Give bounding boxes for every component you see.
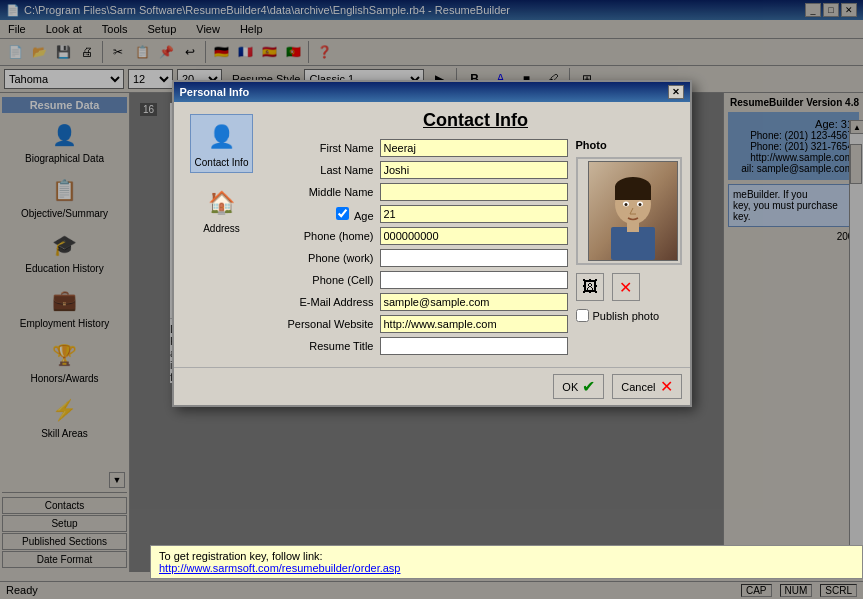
publish-photo-label: Publish photo xyxy=(593,310,660,322)
cancel-icon: ✕ xyxy=(660,377,673,396)
popup-text: To get registration key, follow link: ht… xyxy=(159,550,854,572)
last-name-input[interactable] xyxy=(380,161,568,179)
form-fields: First Name Last Name Middle Name xyxy=(270,139,568,359)
contact-info-icon: 👤 xyxy=(203,119,239,155)
ok-label: OK xyxy=(562,381,578,393)
photo-load-button[interactable]: 🖼 xyxy=(576,273,604,301)
cancel-label: Cancel xyxy=(621,381,655,393)
website-label: Personal Website xyxy=(270,318,380,330)
middle-name-label: Middle Name xyxy=(270,186,380,198)
email-row: E-Mail Address xyxy=(270,293,568,311)
middle-name-row: Middle Name xyxy=(270,183,568,201)
dialog-body: 👤 Contact Info 🏠 Address Contact Info xyxy=(174,102,690,367)
photo-box xyxy=(588,161,678,261)
last-name-label: Last Name xyxy=(270,164,380,176)
age-row: Age xyxy=(270,205,568,223)
svg-point-8 xyxy=(624,203,627,206)
bottom-popup: To get registration key, follow link: ht… xyxy=(150,545,863,572)
dialog-form: Contact Info First Name Last Name xyxy=(270,110,682,359)
svg-rect-5 xyxy=(615,186,651,200)
photo-section: Photo xyxy=(576,139,682,359)
website-input[interactable] xyxy=(380,315,568,333)
first-name-label: First Name xyxy=(270,142,380,154)
contact-info-heading: Contact Info xyxy=(270,110,682,131)
modal-overlay: Personal Info ✕ 👤 Contact Info 🏠 Address… xyxy=(0,0,863,572)
phone-work-label: Phone (work) xyxy=(270,252,380,264)
first-name-row: First Name xyxy=(270,139,568,157)
form-and-photo: First Name Last Name Middle Name xyxy=(270,139,682,359)
age-label: Age xyxy=(270,207,380,222)
publish-photo-checkbox[interactable] xyxy=(576,309,589,322)
ok-icon: ✔ xyxy=(582,377,595,396)
dialog-title-bar: Personal Info ✕ xyxy=(174,82,690,102)
middle-name-input[interactable] xyxy=(380,183,568,201)
nav-address-label: Address xyxy=(203,223,240,234)
photo-clear-button[interactable]: ✕ xyxy=(612,273,640,301)
website-row: Personal Website xyxy=(270,315,568,333)
nav-contact-label: Contact Info xyxy=(195,157,249,168)
photo-border xyxy=(576,157,682,265)
publish-photo-row: Publish photo xyxy=(576,309,682,322)
dialog-left-nav: 👤 Contact Info 🏠 Address xyxy=(182,110,262,359)
phone-work-input[interactable] xyxy=(380,249,568,267)
phone-cell-input[interactable] xyxy=(380,271,568,289)
resume-title-row: Resume Title xyxy=(270,337,568,355)
cancel-button[interactable]: Cancel ✕ xyxy=(612,374,681,399)
nav-contact-info[interactable]: 👤 Contact Info xyxy=(190,114,254,173)
email-label: E-Mail Address xyxy=(270,296,380,308)
phone-work-row: Phone (work) xyxy=(270,249,568,267)
resume-title-label: Resume Title xyxy=(270,340,380,352)
first-name-input[interactable] xyxy=(380,139,568,157)
popup-link[interactable]: http://www.sarmsoft.com/resumebuilder/or… xyxy=(159,562,400,572)
phone-home-label: Phone (home) xyxy=(270,230,380,242)
personal-info-dialog: Personal Info ✕ 👤 Contact Info 🏠 Address… xyxy=(172,80,692,407)
ok-button[interactable]: OK ✔ xyxy=(553,374,604,399)
dialog-close-button[interactable]: ✕ xyxy=(668,85,684,99)
phone-home-input[interactable] xyxy=(380,227,568,245)
age-input[interactable] xyxy=(380,205,568,223)
phone-cell-row: Phone (Cell) xyxy=(270,271,568,289)
nav-address[interactable]: 🏠 Address xyxy=(199,181,244,238)
photo-label: Photo xyxy=(576,139,682,151)
dialog-title-text: Personal Info xyxy=(180,86,250,98)
email-input[interactable] xyxy=(380,293,568,311)
resume-title-input[interactable] xyxy=(380,337,568,355)
photo-image xyxy=(589,162,677,260)
last-name-row: Last Name xyxy=(270,161,568,179)
photo-controls: 🖼 ✕ xyxy=(576,273,682,301)
popup-text-1: To get registration key, follow link: xyxy=(159,550,323,562)
dialog-footer: OK ✔ Cancel ✕ xyxy=(174,367,690,405)
phone-cell-label: Phone (Cell) xyxy=(270,274,380,286)
svg-point-9 xyxy=(638,203,641,206)
age-checkbox[interactable] xyxy=(336,207,349,220)
phone-home-row: Phone (home) xyxy=(270,227,568,245)
address-icon: 🏠 xyxy=(204,185,240,221)
